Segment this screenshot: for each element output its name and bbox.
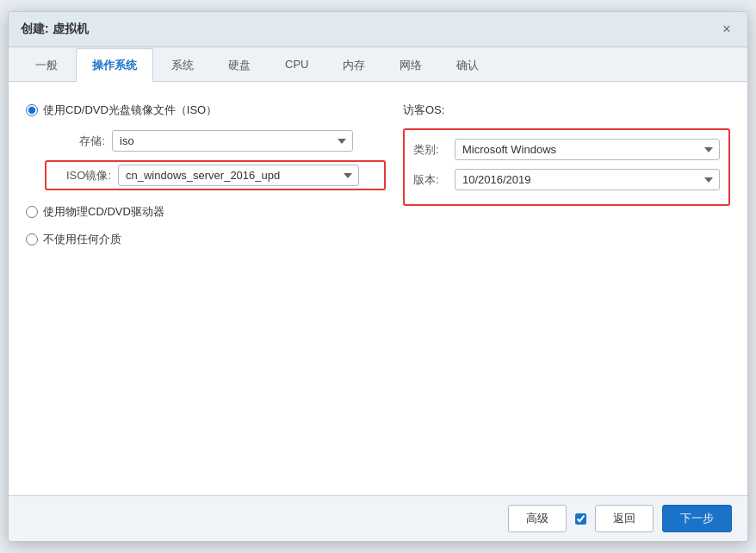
- iso-select[interactable]: cn_windows_server_2016_upd: [118, 165, 359, 186]
- none-radio-label[interactable]: 不使用任何介质: [43, 232, 121, 247]
- guest-os-title: 访客OS:: [403, 103, 730, 118]
- dialog-title: 创建: 虚拟机: [21, 22, 89, 37]
- back-button[interactable]: 返回: [595, 505, 654, 532]
- tab-bar: 一般 操作系统 系统 硬盘 CPU 内存 网络 确认: [9, 47, 747, 82]
- iso-form: 存储: iso ISO镜像: cn_windows_server_2016_up…: [45, 130, 386, 190]
- advanced-checkbox-label[interactable]: [575, 513, 586, 525]
- iso-label: ISO镜像:: [51, 168, 111, 183]
- tab-system[interactable]: 系统: [155, 48, 210, 82]
- guest-os-box: 类别: Microsoft Windows 版本: 10/2016/2019: [403, 128, 730, 206]
- dialog-window: 创建: 虚拟机 × 一般 操作系统 系统 硬盘 CPU 内存 网络 确认 使用C…: [8, 11, 748, 542]
- tab-memory[interactable]: 内存: [326, 48, 381, 82]
- tab-network[interactable]: 网络: [383, 48, 438, 82]
- version-select[interactable]: 10/2016/2019: [455, 169, 720, 190]
- main-row: 使用CD/DVD光盘镜像文件（ISO） 存储: iso ISO镜像:: [26, 103, 730, 259]
- physical-radio-input[interactable]: [26, 206, 38, 218]
- left-panel: 使用CD/DVD光盘镜像文件（ISO） 存储: iso ISO镜像:: [26, 103, 386, 259]
- version-label: 版本:: [413, 172, 448, 188]
- category-label: 类别:: [413, 142, 448, 158]
- none-radio-input[interactable]: [26, 233, 38, 245]
- tab-disk[interactable]: 硬盘: [212, 48, 267, 82]
- advanced-checkbox[interactable]: [575, 513, 586, 525]
- tab-os[interactable]: 操作系统: [76, 48, 153, 82]
- close-button[interactable]: ×: [718, 21, 735, 38]
- dialog-titlebar: 创建: 虚拟机 ×: [9, 12, 747, 47]
- tab-cpu[interactable]: CPU: [269, 48, 325, 82]
- iso-radio-input[interactable]: [26, 104, 38, 116]
- none-radio-option: 不使用任何介质: [26, 232, 386, 247]
- iso-radio-option: 使用CD/DVD光盘镜像文件（ISO）: [26, 103, 386, 118]
- storage-row: 存储: iso: [45, 130, 386, 152]
- tab-confirm[interactable]: 确认: [440, 48, 495, 82]
- storage-select[interactable]: iso: [112, 130, 353, 152]
- dialog-content: 使用CD/DVD光盘镜像文件（ISO） 存储: iso ISO镜像:: [9, 82, 747, 495]
- category-select[interactable]: Microsoft Windows: [455, 139, 720, 160]
- right-panel: 访客OS: 类别: Microsoft Windows 版本: 10/2016/…: [403, 103, 730, 259]
- storage-label: 存储:: [45, 134, 105, 149]
- category-row: 类别: Microsoft Windows: [413, 139, 720, 160]
- physical-radio-option: 使用物理CD/DVD驱动器: [26, 204, 386, 220]
- iso-row: ISO镜像: cn_windows_server_2016_upd: [45, 160, 386, 190]
- dialog-footer: 高级 返回 下一步: [9, 495, 747, 541]
- next-button[interactable]: 下一步: [662, 505, 732, 532]
- iso-radio-label[interactable]: 使用CD/DVD光盘镜像文件（ISO）: [43, 103, 217, 118]
- advanced-button[interactable]: 高级: [508, 505, 567, 532]
- version-row: 版本: 10/2016/2019: [413, 169, 720, 190]
- tab-general[interactable]: 一般: [19, 48, 74, 82]
- physical-radio-label[interactable]: 使用物理CD/DVD驱动器: [43, 204, 164, 220]
